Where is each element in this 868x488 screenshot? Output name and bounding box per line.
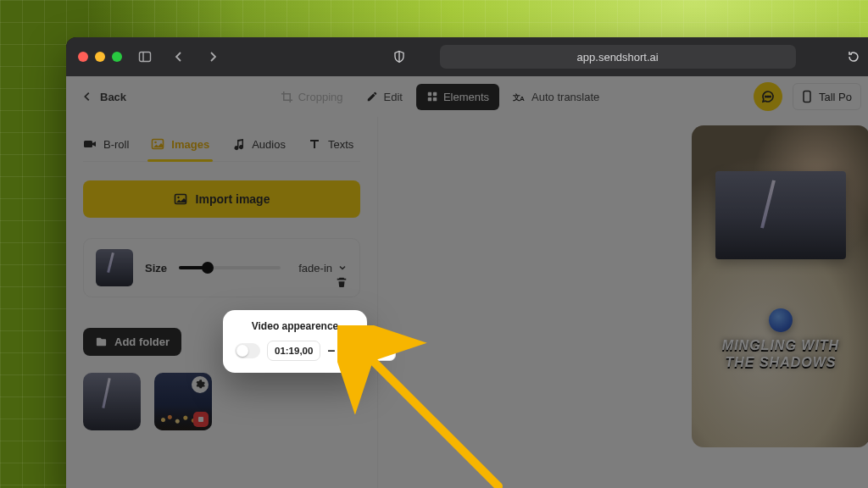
- folder-thumbnail[interactable]: [83, 373, 141, 430]
- svg-rect-13: [84, 141, 92, 147]
- svg-rect-18: [198, 417, 203, 422]
- elements-label: Elements: [443, 91, 489, 103]
- time-range-dash: –: [327, 343, 335, 358]
- back-button[interactable]: Back: [81, 91, 126, 103]
- app-body: B-roll Images Audios: [66, 117, 868, 488]
- tab-audios-label: Audios: [252, 138, 286, 151]
- nav-back-icon[interactable]: [168, 47, 190, 67]
- tab-broll[interactable]: B-roll: [83, 130, 129, 161]
- titlebar: app.sendshort.ai: [66, 37, 868, 76]
- svg-rect-3: [428, 92, 431, 96]
- image-thumbnail[interactable]: [96, 249, 133, 286]
- popover-title: Video appearence: [235, 320, 355, 332]
- add-folder-button[interactable]: Add folder: [83, 328, 181, 356]
- video-appearance-popover: Video appearence 01:19,00 – 01:22,00: [223, 310, 367, 373]
- svg-rect-4: [433, 92, 437, 96]
- folder-thumbnails: [83, 373, 360, 430]
- browser-window: app.sendshort.ai Back Cropping Edit Elem…: [66, 37, 868, 488]
- edit-label: Edit: [383, 91, 402, 103]
- svg-point-10: [767, 96, 769, 97]
- folder-thumbnail[interactable]: [154, 373, 212, 430]
- svg-point-17: [177, 197, 179, 198]
- overlay-image[interactable]: [715, 171, 846, 259]
- folder-plus-icon: [95, 336, 108, 348]
- chat-button[interactable]: [754, 82, 782, 111]
- add-folder-label: Add folder: [114, 336, 170, 348]
- record-badge-icon: [193, 412, 209, 427]
- delete-button[interactable]: [336, 276, 348, 288]
- app-toolbar: Back Cropping Edit Elements 文A Auto tran…: [66, 76, 868, 117]
- aspect-ratio-button[interactable]: Tall Po: [793, 83, 861, 110]
- reload-icon[interactable]: [843, 47, 865, 67]
- center-canvas: [378, 117, 685, 488]
- close-window-icon[interactable]: [78, 52, 88, 62]
- image-plus-icon: [174, 192, 187, 206]
- aspect-ratio-label: Tall Po: [819, 91, 852, 103]
- auto-translate-label: Auto translate: [531, 91, 599, 103]
- effect-value: fade-in: [298, 262, 332, 274]
- svg-rect-5: [428, 97, 431, 101]
- svg-point-11: [770, 96, 771, 97]
- appearance-toggle[interactable]: [235, 343, 260, 358]
- effect-dropdown[interactable]: fade-in: [298, 262, 348, 274]
- video-clip-icon: [83, 137, 97, 151]
- tab-images[interactable]: Images: [151, 130, 209, 161]
- chevron-down-icon: [337, 263, 348, 273]
- caption-text: MINGLING WITH THE SHADOWS: [692, 337, 868, 371]
- url-text: app.sendshort.ai: [577, 51, 659, 64]
- music-note-icon: [231, 137, 245, 151]
- tab-texts-label: Texts: [328, 138, 353, 151]
- cropping-tool[interactable]: Cropping: [270, 84, 353, 110]
- left-panel: B-roll Images Audios: [66, 117, 378, 488]
- privacy-shield-icon[interactable]: [388, 47, 410, 67]
- window-controls: [78, 52, 122, 62]
- maximize-window-icon[interactable]: [112, 52, 122, 62]
- tab-broll-label: B-roll: [103, 138, 129, 151]
- sidebar-toggle-icon[interactable]: [134, 47, 156, 67]
- tab-texts[interactable]: Texts: [308, 130, 353, 161]
- minimize-window-icon[interactable]: [95, 52, 105, 62]
- svg-point-9: [765, 96, 767, 97]
- video-preview[interactable]: MINGLING WITH THE SHADOWS: [692, 125, 868, 447]
- import-image-button[interactable]: Import image: [83, 180, 360, 218]
- size-label: Size: [145, 262, 167, 274]
- import-label: Import image: [196, 192, 270, 206]
- start-time-input[interactable]: 01:19,00: [267, 341, 320, 361]
- image-item-card: Size fade-in: [83, 238, 360, 297]
- svg-text:A: A: [520, 95, 525, 103]
- svg-rect-0: [140, 53, 151, 62]
- media-tabs: B-roll Images Audios: [83, 127, 360, 162]
- size-slider[interactable]: [179, 266, 281, 269]
- tab-audios[interactable]: Audios: [231, 130, 286, 161]
- end-time-input[interactable]: 01:22,00: [342, 341, 395, 361]
- tab-images-label: Images: [171, 138, 209, 151]
- preview-panel: MINGLING WITH THE SHADOWS: [685, 117, 868, 488]
- image-icon: [151, 137, 164, 151]
- cropping-label: Cropping: [298, 91, 343, 103]
- svg-rect-6: [433, 97, 437, 101]
- elements-tool[interactable]: Elements: [416, 84, 499, 110]
- settings-badge-icon[interactable]: [192, 376, 209, 393]
- auto-translate-tool[interactable]: 文A Auto translate: [503, 83, 609, 110]
- url-bar[interactable]: app.sendshort.ai: [440, 45, 796, 69]
- svg-point-15: [155, 141, 158, 144]
- back-label: Back: [100, 91, 126, 103]
- svg-rect-12: [804, 92, 810, 103]
- text-icon: [308, 137, 321, 151]
- edit-tool[interactable]: Edit: [356, 84, 412, 110]
- animation-effect-icon: [769, 308, 793, 332]
- nav-forward-icon[interactable]: [202, 47, 224, 67]
